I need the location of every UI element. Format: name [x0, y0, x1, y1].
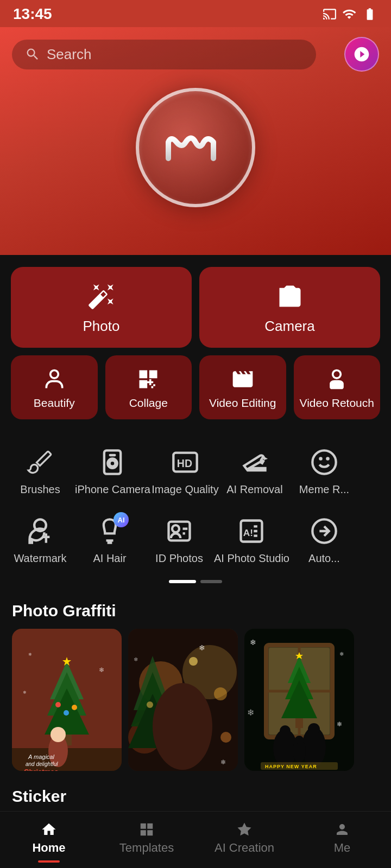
ai-hair-label: AI Hair — [93, 552, 126, 565]
svg-text:❄: ❄ — [337, 720, 342, 728]
nav-ai-creation[interactable]: AI Creation — [206, 821, 282, 855]
svg-text:❄: ❄ — [28, 652, 32, 657]
svg-text:❄: ❄ — [220, 758, 226, 766]
ai-creation-icon — [236, 821, 253, 838]
auto-icon-wrap — [308, 515, 340, 547]
photo-label: Photo — [83, 318, 120, 335]
photo-card-3[interactable]: ❄ ❄ ❄ ❄ HAPPY NEW YEAR — [244, 629, 354, 771]
pagination-dot-1[interactable] — [169, 580, 196, 583]
iphone-camera-label: iPhone Camera — [75, 483, 150, 496]
image-quality-icon-wrap: HD — [169, 446, 201, 478]
svg-text:and delightful: and delightful — [26, 761, 58, 767]
video-retouch-label: Video Retouch — [300, 397, 374, 410]
svg-point-67 — [295, 736, 304, 744]
iphone-camera-icon — [98, 448, 127, 476]
svg-point-26 — [64, 710, 69, 716]
search-input-wrap[interactable]: Search — [12, 40, 316, 69]
auto-tool[interactable]: Auto... — [289, 511, 359, 569]
svg-text:❄: ❄ — [23, 690, 27, 695]
watermark-tool[interactable]: Watermark — [5, 511, 75, 569]
id-photos-label: ID Photos — [155, 552, 203, 565]
id-photos-icon — [165, 517, 193, 545]
eraser-icon — [241, 448, 269, 476]
beautify-label: Beautify — [34, 397, 75, 410]
nav-ai-creation-label: AI Creation — [215, 841, 274, 855]
beautify-icon — [42, 367, 66, 391]
photo-card-1[interactable]: ❄ ❄ ❄ A magical and delightful Christmas — [12, 629, 122, 771]
brushes-tool[interactable]: Brushes — [5, 442, 75, 500]
hero-section: Search — [0, 27, 391, 255]
image-quality-tool[interactable]: HD Image Quality — [150, 442, 220, 500]
svg-text:Christmas: Christmas — [24, 768, 59, 771]
iphone-camera-tool[interactable]: iPhone Camera — [75, 442, 150, 500]
id-photos-icon-wrap — [163, 515, 195, 547]
status-bar: 13:45 — [0, 0, 391, 27]
brushes-icon-wrap — [24, 446, 56, 478]
video-retouch-icon — [325, 367, 349, 391]
pagination-dot-2[interactable] — [200, 580, 222, 583]
svg-text:HD: HD — [177, 457, 192, 469]
bottom-nav: Home Templates AI Creation Me — [0, 811, 391, 868]
video-editing-button[interactable]: Video Editing — [199, 355, 286, 419]
tools-section: Brushes iPhone Camera — [0, 429, 391, 596]
photo-grid: ❄ ❄ ❄ A magical and delightful Christmas — [0, 629, 391, 782]
svg-text:HAPPY NEW YEAR: HAPPY NEW YEAR — [265, 764, 317, 769]
camera-icon — [276, 282, 304, 310]
ai-badge: AI — [113, 512, 129, 527]
meme-icon-wrap — [308, 446, 340, 478]
video-retouch-button[interactable]: Video Retouch — [294, 355, 381, 419]
ai-removal-tool[interactable]: AI Removal — [220, 442, 289, 500]
collage-button[interactable]: Collage — [105, 355, 192, 419]
camera-button[interactable]: Camera — [199, 267, 380, 348]
cast-icon — [323, 7, 337, 21]
svg-text:❄: ❄ — [339, 651, 344, 657]
ai-removal-icon-wrap — [239, 446, 270, 478]
ai-photo-studio-tool[interactable]: A! AI Photo Studio — [214, 511, 289, 569]
home-active-bar — [38, 860, 60, 863]
nav-me[interactable]: Me — [304, 821, 380, 855]
app-logo — [136, 88, 255, 207]
svg-point-10 — [172, 525, 179, 532]
profile-button[interactable] — [344, 37, 379, 72]
svg-text:❄: ❄ — [199, 643, 205, 652]
svg-rect-0 — [104, 450, 121, 474]
svg-point-46 — [147, 701, 153, 708]
svg-point-64 — [280, 725, 291, 736]
nav-home-label: Home — [32, 841, 65, 855]
photo-button[interactable]: Photo — [11, 267, 192, 348]
svg-text:A magical: A magical — [28, 754, 54, 760]
nav-templates[interactable]: Templates — [109, 821, 185, 855]
tools-row-1: Brushes iPhone Camera — [0, 437, 391, 506]
id-photos-tool[interactable]: ID Photos — [144, 511, 214, 569]
home-icon — [41, 821, 57, 838]
svg-point-43 — [153, 683, 212, 770]
svg-text:❄: ❄ — [99, 666, 104, 674]
xmas-scene-1: ❄ ❄ ❄ A magical and delightful Christmas — [12, 629, 122, 771]
status-time: 13:45 — [13, 5, 52, 23]
nav-me-label: Me — [334, 841, 351, 855]
xmas-scene-3: ❄ ❄ ❄ ❄ HAPPY NEW YEAR — [244, 629, 354, 771]
svg-rect-60 — [295, 718, 303, 728]
nav-home[interactable]: Home — [11, 821, 87, 863]
auto-label: Auto... — [308, 552, 340, 565]
svg-point-44 — [189, 657, 198, 666]
ai-photo-studio-label: AI Photo Studio — [214, 552, 289, 565]
svg-point-24 — [55, 702, 61, 707]
brush-icon — [26, 448, 54, 476]
me-icon — [334, 821, 350, 838]
pagination-dots — [0, 575, 391, 592]
svg-text:❄: ❄ — [250, 638, 256, 647]
photo-card-2[interactable]: ❄ ❄ ❄ — [128, 629, 238, 771]
search-input[interactable]: Search — [47, 46, 91, 63]
ai-hair-tool[interactable]: AI AI Hair — [75, 511, 144, 569]
beautify-button[interactable]: Beautify — [11, 355, 98, 419]
profile-icon — [353, 46, 370, 63]
meme-tool[interactable]: Meme R... — [289, 442, 359, 500]
svg-point-5 — [312, 450, 336, 474]
svg-text:❄: ❄ — [134, 656, 138, 662]
image-quality-label: Image Quality — [152, 483, 218, 496]
tools-row-2: Watermark AI AI Hair — [0, 506, 391, 575]
xmas-scene-2: ❄ ❄ ❄ — [128, 629, 238, 771]
svg-point-65 — [308, 723, 320, 735]
logo-mark — [163, 131, 228, 164]
